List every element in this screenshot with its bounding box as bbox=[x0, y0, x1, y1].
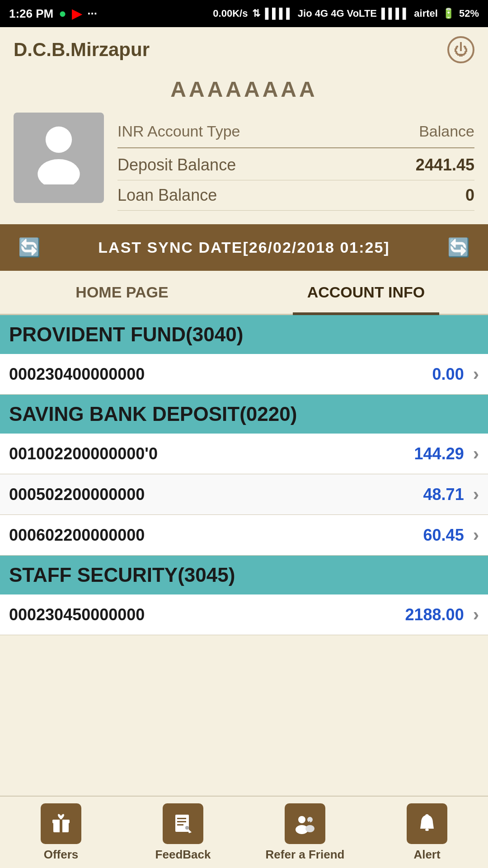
status-bar: 1:26 PM ● ▶ ··· 0.00K/s ⇅ ▌▌▌▌ Jio 4G 4G… bbox=[0, 0, 488, 27]
account-list: PROVIDENT FUND(3040) 000230400000000 0.0… bbox=[0, 315, 488, 635]
battery-icon: 🔋 bbox=[442, 8, 455, 19]
deposit-label: Deposit Balance bbox=[117, 156, 236, 175]
chevron-right-icon: › bbox=[473, 604, 479, 625]
account-item[interactable]: 000230400000000 0.00 › bbox=[0, 354, 488, 395]
svg-point-9 bbox=[185, 826, 189, 830]
account-number: 000502200000000 bbox=[9, 485, 145, 504]
power-icon: ⏻ bbox=[454, 42, 468, 58]
sync-right-icon: 🔄 bbox=[447, 237, 470, 258]
balance-row: 144.29 › bbox=[414, 443, 479, 464]
content-spacer bbox=[0, 635, 488, 771]
svg-rect-15 bbox=[425, 829, 429, 831]
offers-icon-box bbox=[41, 803, 81, 844]
balance-row: 60.45 › bbox=[423, 525, 479, 545]
chevron-right-icon: › bbox=[473, 525, 479, 545]
category-provident-fund: PROVIDENT FUND(3040) bbox=[0, 315, 488, 354]
account-item[interactable]: 000230450000000 2188.00 › bbox=[0, 594, 488, 635]
loan-balance-row: Loan Balance 0 bbox=[117, 180, 474, 211]
account-item[interactable]: 001002200000000'0 144.29 › bbox=[0, 434, 488, 474]
svg-point-10 bbox=[298, 816, 305, 823]
user-avatar bbox=[14, 113, 104, 203]
alert-label: Alert bbox=[413, 848, 440, 862]
network-speed: 0.00K/s bbox=[213, 8, 248, 19]
status-right: 0.00K/s ⇅ ▌▌▌▌ Jio 4G 4G VoLTE ▌▌▌▌ airt… bbox=[213, 8, 479, 19]
tab-account-info[interactable]: ACCOUNT INFO bbox=[244, 271, 488, 314]
account-number: 001002200000000'0 bbox=[9, 444, 158, 463]
feedback-icon-box bbox=[163, 803, 203, 844]
nav-offers[interactable]: Offers bbox=[0, 797, 122, 868]
sync-left-icon: 🔄 bbox=[18, 237, 41, 258]
svg-point-0 bbox=[46, 126, 72, 152]
account-number: 000230400000000 bbox=[9, 365, 145, 384]
account-type-label: INR Account Type bbox=[117, 123, 240, 140]
power-button[interactable]: ⏻ bbox=[447, 36, 474, 63]
account-number: 000230450000000 bbox=[9, 605, 145, 624]
balance-header-label: Balance bbox=[419, 123, 474, 140]
gift-icon bbox=[50, 812, 72, 835]
account-balance: 60.45 bbox=[423, 526, 464, 545]
alert-icon-box bbox=[407, 803, 447, 844]
loan-label: Loan Balance bbox=[117, 186, 217, 205]
balance-row: 48.71 › bbox=[423, 484, 479, 505]
header: D.C.B.Mirzapur ⏻ bbox=[0, 27, 488, 72]
category-staff-security: STAFF SECURITY(3045) bbox=[0, 556, 488, 594]
battery-level: 52% bbox=[459, 8, 479, 19]
account-item[interactable]: 000502200000000 48.71 › bbox=[0, 474, 488, 515]
balance-row: 2188.00 › bbox=[405, 604, 479, 625]
signal-bars-icon: ▌▌▌▌ bbox=[265, 8, 293, 19]
deposit-value: 2441.45 bbox=[416, 156, 474, 175]
nav-alert[interactable]: Alert bbox=[366, 797, 488, 868]
chevron-right-icon: › bbox=[473, 484, 479, 505]
loan-value: 0 bbox=[465, 186, 474, 205]
account-details: INR Account Type Balance Deposit Balance… bbox=[117, 113, 474, 215]
svg-rect-6 bbox=[177, 818, 186, 819]
avatar-person-icon bbox=[32, 121, 86, 195]
status-left: 1:26 PM ● ▶ ··· bbox=[9, 6, 97, 21]
feedback-icon bbox=[172, 812, 194, 835]
balance-row: 0.00 › bbox=[432, 364, 479, 384]
svg-point-13 bbox=[305, 825, 314, 832]
sync-text: LAST SYNC DATE[26/02/2018 01:25] bbox=[98, 239, 389, 256]
chevron-right-icon: › bbox=[473, 364, 479, 384]
tab-home-page[interactable]: HOME PAGE bbox=[0, 271, 244, 314]
youtube-icon: ▶ bbox=[72, 6, 82, 21]
feedback-label: FeedBack bbox=[155, 848, 211, 862]
category-saving-bank: SAVING BANK DEPOSIT(0220) bbox=[0, 395, 488, 434]
carrier1-label: Jio 4G 4G VoLTE bbox=[298, 8, 377, 19]
svg-line-14 bbox=[306, 821, 310, 824]
account-item[interactable]: 000602200000000 60.45 › bbox=[0, 515, 488, 556]
deposit-balance-row: Deposit Balance 2441.45 bbox=[117, 150, 474, 180]
status-time: 1:26 PM bbox=[9, 7, 53, 21]
offers-label: Offers bbox=[44, 848, 79, 862]
account-number: 000602200000000 bbox=[9, 526, 145, 545]
svg-rect-7 bbox=[177, 821, 186, 822]
svg-rect-8 bbox=[177, 824, 183, 826]
app-title: D.C.B.Mirzapur bbox=[14, 39, 150, 61]
account-balance: 48.71 bbox=[423, 485, 464, 504]
nav-refer-friend[interactable]: Refer a Friend bbox=[244, 797, 366, 868]
alert-icon bbox=[416, 812, 438, 835]
signal-arrows-icon: ⇅ bbox=[252, 8, 260, 19]
carrier2-label: airtel bbox=[414, 8, 438, 19]
svg-point-16 bbox=[425, 814, 429, 818]
account-info-panel: INR Account Type Balance Deposit Balance… bbox=[14, 113, 474, 215]
refer-icon bbox=[294, 812, 316, 835]
user-section: AAAAAAAA INR Account Type Balance Deposi… bbox=[0, 72, 488, 224]
account-balance: 2188.00 bbox=[405, 605, 464, 624]
account-balance: 144.29 bbox=[414, 444, 464, 463]
signal-bars2-icon: ▌▌▌▌ bbox=[381, 8, 409, 19]
bottom-nav: Offers FeedBack R bbox=[0, 796, 488, 868]
chevron-right-icon: › bbox=[473, 443, 479, 464]
sync-bar[interactable]: 🔄 LAST SYNC DATE[26/02/2018 01:25] 🔄 bbox=[0, 224, 488, 271]
account-header-row: INR Account Type Balance bbox=[117, 117, 474, 148]
nav-feedback[interactable]: FeedBack bbox=[122, 797, 244, 868]
account-balance: 0.00 bbox=[432, 365, 464, 384]
whatsapp-icon: ● bbox=[59, 6, 66, 21]
tabs-container: HOME PAGE ACCOUNT INFO bbox=[0, 271, 488, 315]
refer-icon-box bbox=[285, 803, 325, 844]
svg-rect-4 bbox=[60, 820, 62, 832]
user-name: AAAAAAAA bbox=[14, 77, 474, 102]
more-icon: ··· bbox=[87, 7, 97, 21]
svg-point-1 bbox=[38, 159, 80, 184]
refer-friend-label: Refer a Friend bbox=[266, 848, 345, 862]
